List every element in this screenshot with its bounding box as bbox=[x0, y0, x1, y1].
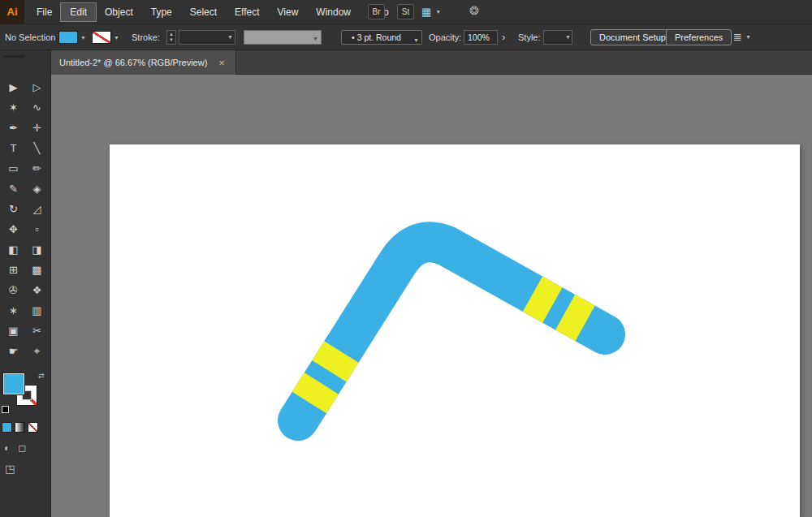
tools-panel: ▶▷✶∿✒✛T╲▭✏✎◈↻◿✥▫◧◨⊞▩✇❖∗▥▣✂☛⌖ ⇄ ◐ ◻ ◳ bbox=[0, 50, 51, 517]
workspace-switcher[interactable]: ▦ ▼ bbox=[421, 6, 441, 18]
document-tab-title: Untitled-2* @ 66.67% (RGB/Preview) bbox=[59, 58, 207, 67]
menu-item-window[interactable]: Window bbox=[307, 3, 360, 21]
stepper-down-icon[interactable]: ▼ bbox=[169, 37, 174, 43]
gradient-button[interactable] bbox=[15, 422, 25, 433]
brush-value: 3 pt. Round bbox=[357, 32, 401, 42]
share-icon[interactable]: ❂ bbox=[469, 4, 479, 17]
stepper-up-icon[interactable]: ▲ bbox=[169, 32, 174, 37]
color-button[interactable] bbox=[2, 422, 12, 433]
menu-bar: Ai FileEditObjectTypeSelectEffectViewWin… bbox=[0, 0, 812, 24]
brush-definition-combo[interactable]: • 3 pt. Round bbox=[341, 30, 412, 45]
perspective-grid-tool-icon[interactable]: ◨ bbox=[25, 243, 49, 256]
scale-tool-icon[interactable]: ◿ bbox=[25, 202, 49, 216]
panel-gripper[interactable] bbox=[3, 55, 24, 58]
opacity-field[interactable]: 100% bbox=[464, 30, 498, 45]
line-segment-tool-icon[interactable]: ╲ bbox=[25, 141, 49, 155]
canvas-area[interactable] bbox=[51, 75, 812, 517]
chevron-down-icon[interactable]: ▼ bbox=[565, 34, 571, 40]
menu-item-effect[interactable]: Effect bbox=[226, 3, 268, 21]
shaper-tool-icon[interactable]: ◈ bbox=[25, 182, 49, 196]
align-control[interactable]: ≣ ▼ bbox=[733, 31, 751, 43]
control-bar: No Selection ▼ ▼ Stroke: ▲ ▼ ▼ ▼ • 3 pt.… bbox=[0, 24, 812, 50]
none-button[interactable] bbox=[28, 422, 38, 433]
pen-tool-icon[interactable]: ✒ bbox=[2, 121, 25, 135]
column-graph-tool-icon[interactable]: ▥ bbox=[25, 304, 49, 317]
stroke-label[interactable]: Stroke: bbox=[132, 32, 160, 42]
hand-tool-icon[interactable]: ☛ bbox=[2, 344, 25, 358]
draw-behind-icon[interactable]: ◻ bbox=[18, 442, 26, 454]
rotate-tool-icon[interactable]: ↻ bbox=[2, 202, 25, 216]
screen-mode-row: ◳ bbox=[5, 463, 15, 475]
artboard[interactable] bbox=[110, 144, 800, 517]
fill-swatch[interactable] bbox=[3, 373, 24, 394]
symbol-sprayer-tool-icon[interactable]: ∗ bbox=[2, 304, 25, 317]
opacity-more-button[interactable]: › bbox=[502, 31, 505, 43]
preferences-button[interactable]: Preferences bbox=[666, 29, 732, 45]
direct-selection-tool-icon[interactable]: ▷ bbox=[25, 80, 49, 94]
shape-builder-tool-icon[interactable]: ◧ bbox=[2, 243, 25, 256]
app-logo: Ai bbox=[0, 0, 24, 24]
menu-item-file[interactable]: File bbox=[28, 3, 61, 21]
chevron-down-icon: ▼ bbox=[435, 9, 441, 15]
menu-item-edit[interactable]: Edit bbox=[61, 3, 96, 21]
boomerang-stripe[interactable] bbox=[309, 383, 322, 403]
boomerang-stripe[interactable] bbox=[533, 294, 553, 305]
eyedropper-tool-icon[interactable]: ✇ bbox=[2, 283, 25, 297]
zoom-tool-icon[interactable]: ⌖ bbox=[25, 344, 49, 358]
add-anchor-point-tool-icon[interactable]: ✛ bbox=[25, 121, 49, 135]
fill-color-control[interactable]: ▼ bbox=[58, 31, 86, 44]
chevron-down-icon[interactable]: ▼ bbox=[114, 35, 119, 41]
style-label: Style: bbox=[518, 32, 541, 42]
stroke-color-control[interactable]: ▼ bbox=[92, 31, 119, 44]
swap-fill-stroke-icon[interactable]: ⇄ bbox=[38, 372, 45, 380]
align-icon[interactable]: ≣ bbox=[733, 31, 742, 43]
draw-normal-icon[interactable]: ◐ bbox=[4, 442, 10, 454]
stock-button[interactable]: St bbox=[397, 4, 414, 19]
drawing-modes-row: ◐ ◻ bbox=[4, 442, 26, 454]
pencil-tool-icon[interactable]: ✎ bbox=[2, 182, 25, 196]
chevron-down-icon[interactable]: ▼ bbox=[80, 35, 86, 41]
stroke-weight-stepper[interactable]: ▲ ▼ bbox=[166, 30, 176, 45]
default-fill-stroke-icon[interactable] bbox=[2, 406, 9, 413]
brush-bullet: • bbox=[352, 32, 355, 42]
opacity-label[interactable]: Opacity: bbox=[429, 32, 461, 42]
chevron-down-icon[interactable]: ▼ bbox=[745, 34, 751, 40]
workspace-icon: ▦ bbox=[421, 6, 431, 18]
bridge-button[interactable]: Br bbox=[368, 4, 385, 19]
document-setup-button[interactable]: Document Setup bbox=[590, 29, 675, 45]
illustrator-window: Ai FileEditObjectTypeSelectEffectViewWin… bbox=[0, 0, 812, 517]
free-transform-tool-icon[interactable]: ▫ bbox=[25, 222, 49, 236]
brush-combo-arrow[interactable]: ▼ bbox=[411, 30, 422, 45]
menu-item-type[interactable]: Type bbox=[142, 3, 181, 21]
screen-mode-icon[interactable]: ◳ bbox=[5, 463, 15, 475]
menu-item-select[interactable]: Select bbox=[181, 3, 226, 21]
rectangle-tool-icon[interactable]: ▭ bbox=[2, 162, 25, 175]
magic-wand-tool-icon[interactable]: ✶ bbox=[2, 101, 25, 114]
document-tab[interactable]: Untitled-2* @ 66.67% (RGB/Preview) × bbox=[51, 50, 236, 75]
fill-color-swatch[interactable] bbox=[58, 31, 78, 44]
menu-item-object[interactable]: Object bbox=[96, 3, 142, 21]
chevron-down-icon: ▼ bbox=[413, 37, 419, 43]
width-tool-icon[interactable]: ✥ bbox=[2, 222, 25, 236]
boomerang-stripe[interactable] bbox=[565, 312, 585, 324]
lasso-tool-icon[interactable]: ∿ bbox=[25, 101, 49, 114]
fill-stroke-swatches: ⇄ bbox=[0, 372, 51, 417]
selection-status: No Selection bbox=[5, 32, 55, 42]
blend-tool-icon[interactable]: ❖ bbox=[25, 283, 49, 297]
color-mode-row bbox=[2, 422, 38, 433]
chevron-down-icon[interactable]: ▼ bbox=[227, 34, 233, 40]
paintbrush-tool-icon[interactable]: ✏ bbox=[25, 162, 49, 175]
gradient-tool-icon[interactable]: ▩ bbox=[25, 263, 49, 277]
stroke-none-swatch[interactable] bbox=[92, 31, 111, 44]
mesh-tool-icon[interactable]: ⊞ bbox=[2, 263, 25, 277]
artboard-tool-icon[interactable]: ▣ bbox=[2, 324, 25, 338]
variable-width-profile-combo[interactable]: ▼ bbox=[244, 30, 322, 45]
close-icon[interactable]: × bbox=[218, 57, 225, 69]
slice-tool-icon[interactable]: ✂ bbox=[25, 324, 49, 338]
menu-item-view[interactable]: View bbox=[269, 3, 308, 21]
selection-tool-icon[interactable]: ▶ bbox=[2, 80, 25, 94]
type-tool-icon[interactable]: T bbox=[2, 141, 25, 155]
chevron-down-icon: ▼ bbox=[313, 36, 318, 41]
boomerang-stripe[interactable] bbox=[330, 352, 342, 372]
artwork-svg bbox=[110, 144, 800, 517]
